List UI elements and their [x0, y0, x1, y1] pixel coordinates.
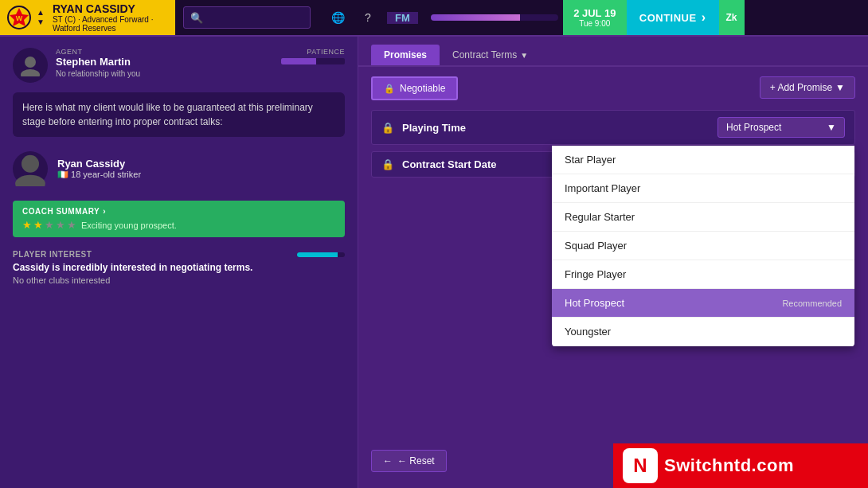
player-name: RYAN CASSIDY — [53, 2, 169, 16]
patience-section: PATIENCE — [265, 48, 345, 64]
reset-section: ← ← Reset — [371, 450, 447, 472]
agent-message: Here is what my client would like to be … — [13, 92, 345, 137]
dropdown-item-label: Regular Starter — [565, 211, 635, 223]
reset-arrow-icon: ← — [383, 455, 393, 467]
dropdown-item-label: Important Player — [565, 182, 640, 194]
player-interest-header: PLAYER INTEREST — [13, 250, 345, 259]
right-panel: Promises Contract Terms ▼ + Add Promise … — [358, 37, 868, 488]
continue-button[interactable]: CONTINUE › — [627, 0, 719, 35]
dropdown-item-label: Squad Player — [565, 240, 627, 252]
player-card-info: Ryan Cassidy 🇮🇪 18 year-old striker — [57, 158, 345, 180]
svg-text:W: W — [16, 14, 23, 22]
interest-bar — [297, 252, 345, 257]
dropdown-item-hot-prospect[interactable]: Hot Prospect Recommended — [552, 289, 854, 318]
agent-section: AGENT Stephen Martin No relationship wit… — [13, 48, 345, 83]
recommended-badge: Recommended — [782, 299, 842, 308]
team-logo: W — [6, 5, 32, 30]
coach-summary-text: Exciting young prospect. — [81, 221, 177, 230]
dropdown-item-label: Star Player — [565, 154, 616, 166]
tab-promises[interactable]: Promises — [371, 45, 440, 65]
dropdown-item-youngster[interactable]: Youngster — [552, 318, 854, 346]
nintendo-banner: N Switchntd.com — [613, 443, 868, 488]
dropdown-item-important-player[interactable]: Important Player — [552, 174, 854, 203]
coach-summary[interactable]: COACH SUMMARY › ★ ★ ★ ★ ★ Exciting young… — [13, 201, 345, 237]
playing-time-dropdown[interactable]: Hot Prospect ▼ — [717, 117, 845, 138]
progress-fill — [431, 14, 520, 21]
playing-time-promise-row: 🔒 Playing Time Hot Prospect ▼ Star Playe… — [371, 110, 855, 145]
player-interest-section: PLAYER INTEREST Cassidy is incredibly in… — [13, 247, 345, 285]
dropdown-item-label: Youngster — [565, 326, 611, 338]
svg-point-5 — [22, 155, 39, 173]
lock-icon: 🔒 — [384, 84, 395, 94]
nintendo-logo: N — [623, 448, 658, 483]
add-promise-button[interactable]: + Add Promise ▼ — [760, 76, 855, 99]
dropdown-item-squad-player[interactable]: Squad Player — [552, 232, 854, 260]
dropdown-item-fringe-player[interactable]: Fringe Player — [552, 260, 854, 289]
continue-chevron-icon: › — [702, 10, 706, 25]
negotiable-button[interactable]: 🔒 Negotiable — [371, 76, 458, 100]
agent-relationship: No relationship with you — [56, 69, 257, 78]
nav-down-arrow[interactable]: ▼ — [37, 18, 45, 27]
tabs-bar: Promises Contract Terms ▼ — [358, 37, 868, 67]
team-logo-area: W ▲ ▼ RYAN CASSIDY ST (C) · Advanced For… — [0, 0, 175, 35]
main-content: AGENT Stephen Martin No relationship wit… — [0, 37, 868, 488]
date-sub: Tue 9:00 — [579, 19, 610, 28]
player-age-position: 18 year-old striker — [71, 170, 141, 179]
dropdown-item-label: Fringe Player — [565, 268, 626, 280]
agent-name: Stephen Martin — [56, 56, 257, 69]
patience-fill — [281, 58, 316, 64]
star-4: ★ — [56, 219, 65, 231]
promises-content: + Add Promise ▼ 🔒 Negotiable 🔒 Playing T… — [358, 67, 868, 488]
interest-sub: No other clubs interested — [13, 275, 345, 285]
dropdown-item-star-player[interactable]: Star Player — [552, 146, 854, 174]
nav-arrows[interactable]: ▲ ▼ — [37, 8, 45, 27]
player-interest-title: PLAYER INTEREST — [13, 250, 92, 259]
star-2: ★ — [33, 219, 43, 231]
top-bar: W ▲ ▼ RYAN CASSIDY ST (C) · Advanced For… — [0, 0, 868, 37]
svg-point-4 — [21, 69, 40, 76]
svg-point-3 — [25, 57, 36, 68]
interest-fill — [297, 252, 338, 257]
agent-avatar — [13, 48, 48, 83]
search-bar[interactable]: 🔍 — [183, 6, 311, 29]
dropdown-value: Hot Prospect — [726, 122, 781, 133]
search-input[interactable] — [206, 12, 303, 23]
player-avatar — [13, 151, 48, 186]
player-card-name: Ryan Cassidy — [57, 158, 345, 170]
player-subtitle: ST (C) · Advanced Forward · Watford Rese… — [53, 15, 169, 33]
fm-badge: FM — [387, 12, 418, 24]
promise1-label: Playing Time — [402, 122, 717, 134]
dropdown-item-regular-starter[interactable]: Regular Starter — [552, 203, 854, 232]
promise-lock-icon-2: 🔒 — [381, 158, 394, 170]
star-3: ★ — [45, 219, 54, 231]
chevron-right-icon: › — [103, 207, 106, 216]
interest-text: Cassidy is incredibly interested in nego… — [13, 262, 345, 273]
nav-up-arrow[interactable]: ▲ — [37, 8, 45, 18]
brand-com: .com — [752, 455, 794, 475]
continue-label: CONTINUE — [639, 12, 697, 24]
date-main: 2 JUL 19 — [573, 7, 616, 20]
search-icon: 🔍 — [190, 12, 203, 24]
brand-name: Switchntd — [664, 455, 752, 475]
dropdown-item-label: Hot Prospect — [565, 297, 624, 309]
agent-details: AGENT Stephen Martin No relationship wit… — [56, 48, 257, 78]
nintendo-logo-text: N — [633, 455, 647, 477]
date-section: 2 JUL 19 Tue 9:00 — [563, 0, 627, 35]
left-panel: AGENT Stephen Martin No relationship wit… — [0, 37, 358, 488]
tab-contract-terms[interactable]: Contract Terms ▼ — [443, 45, 538, 65]
globe-icon[interactable]: 🌐 — [326, 6, 349, 29]
player-info: RYAN CASSIDY ST (C) · Advanced Forward ·… — [53, 2, 169, 33]
reset-button[interactable]: ← ← Reset — [371, 450, 447, 472]
playing-time-dropdown-menu: Star Player Important Player Regular Sta… — [552, 146, 854, 346]
extra-icon: Zk — [719, 0, 745, 35]
reset-label: ← Reset — [397, 455, 435, 467]
flag-icon: 🇮🇪 — [57, 170, 68, 179]
star-1: ★ — [22, 219, 32, 231]
dropdown-chevron-icon: ▼ — [827, 122, 836, 133]
svg-point-6 — [15, 175, 45, 186]
player-card: Ryan Cassidy 🇮🇪 18 year-old striker — [13, 146, 345, 191]
help-icon[interactable]: ? — [357, 6, 379, 29]
switchntd-text: Switchntd.com — [664, 455, 794, 476]
add-promise-dropdown-icon: ▼ — [835, 82, 845, 93]
progress-bar — [431, 14, 558, 21]
